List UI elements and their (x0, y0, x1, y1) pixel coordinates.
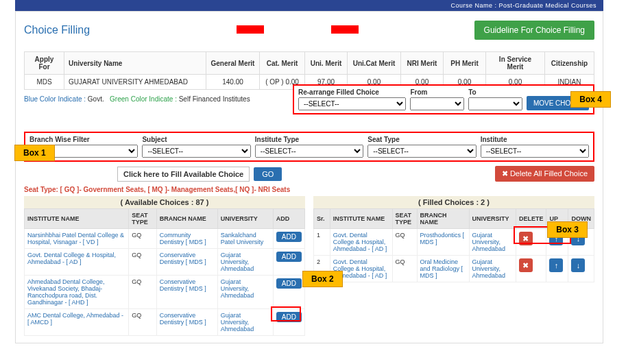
box2-outline (271, 306, 301, 321)
cell-branch: Conservative Dentistry [ MDS ] (156, 276, 217, 309)
add-button[interactable]: ADD (276, 278, 302, 289)
filled-table: Sr. INSTITUTE NAME SEAT TYPE BRANCH NAME… (313, 208, 594, 282)
cell-univ: Gujarat University, Ahmedabad (469, 256, 516, 282)
cell-branch: Oral Medicine and Radiology [ MDS ] (417, 256, 469, 282)
cell-inst: AMC Dental College, Ahmedabad - [ AMCD ] (25, 309, 129, 336)
add-button[interactable]: ADD (276, 252, 302, 262)
cell-inst: Ahmedabad Dental College, Vivekanad Soci… (25, 276, 129, 309)
filter-insttype-label: Institute Type (255, 136, 363, 143)
cell-univ: Gujarat University, Ahmedabad (217, 249, 273, 276)
cell-seat: GQ (129, 229, 157, 249)
col-gen: General Merit (206, 52, 260, 75)
rearrange-select[interactable]: --SELECT-- (298, 97, 406, 110)
fcol-sr: Sr. (314, 209, 330, 229)
filter-institute-select[interactable]: --SELECT-- (481, 145, 589, 158)
cell-branch: Conservative Dentistry [ MDS ] (156, 249, 217, 276)
col-ph: PH Merit (444, 52, 486, 75)
col-serv: In Service Merit (486, 52, 545, 75)
go-button[interactable]: GO (254, 167, 282, 181)
val-university: GUJARAT UNIVERSITY AHMEDABAD (64, 75, 206, 90)
col-uni: Uni. Merit (305, 52, 348, 75)
main-panel: Choice Filling Guideline For Choice Fill… (15, 11, 603, 343)
rearrange-to-select[interactable] (468, 97, 522, 110)
fill-available-label: Click here to Fill Available Choice (117, 167, 250, 182)
add-button[interactable]: ADD (276, 232, 302, 242)
val-gen: 140.00 (206, 75, 260, 90)
col-nri: NRI Merit (401, 52, 444, 75)
filters-box: Branch Wise Filter MDS Subject --SELECT-… (24, 132, 594, 162)
cell-branch: Conservative Dentistry [ MDS ] (156, 309, 217, 336)
col-university: University Name (64, 52, 206, 75)
legend-green-lead: Green Color Indicate : (110, 95, 177, 103)
filter-institute-label: Institute (481, 136, 589, 143)
cell-inst: Govt. Dental College & Hospital, Ahmedab… (25, 249, 129, 276)
acol-add: ADD (273, 209, 304, 229)
filled-choices-panel: ( Filled Choices : 2 ) Sr. INSTITUTE NAM… (313, 196, 594, 336)
acol-univ: UNIVERSITY (217, 209, 273, 229)
col-cit: Citizenship (545, 52, 594, 75)
cell-univ: Gujarat University, Ahmedabad (217, 276, 273, 309)
annotation-box4: Box 4 (570, 91, 611, 108)
available-choices-panel: ( Available Choices : 87 ) INSTITUTE NAM… (24, 196, 305, 336)
annotation-box1: Box 1 (14, 145, 55, 161)
page-title: Choice Filling (24, 24, 90, 36)
rearrange-to-label: To (468, 88, 522, 96)
cell-univ: Sankalchand Patel University (217, 229, 273, 249)
fcol-inst: INSTITUTE NAME (330, 209, 392, 229)
cell-seat: GQ (129, 309, 157, 336)
legend-blue-lead: Blue Color Indicate : (24, 95, 86, 103)
filter-insttype-select[interactable]: --SELECT-- (255, 145, 363, 158)
rearrange-box: Re-arrange Filled Choice --SELECT-- From… (293, 84, 594, 114)
filter-branch-label: Branch Wise Filter (29, 136, 138, 143)
cell-sr: 1 (314, 229, 330, 256)
redaction-block-1 (237, 25, 264, 34)
acol-seat: SEAT TYPE (129, 209, 157, 229)
fcol-seat: SEAT TYPE (392, 209, 417, 229)
col-apply-for: Apply For (25, 52, 64, 75)
acol-inst: INSTITUTE NAME (25, 209, 129, 229)
cell-branch: Community Dentistry [ MDS ] (156, 229, 217, 249)
cell-inst: Govt. Dental College & Hospital, Ahmedab… (330, 229, 392, 256)
annotation-box2: Box 2 (302, 271, 343, 287)
guideline-button[interactable]: Guideline For Choice Filling (474, 21, 594, 40)
available-count: ( Available Choices : 87 ) (24, 196, 305, 208)
table-row: Govt. Dental College & Hospital, Ahmedab… (25, 249, 305, 276)
filter-seattype-label: Seat Type (367, 136, 476, 143)
cell-seat: GQ (392, 256, 417, 282)
cell-univ: Gujarat University, Ahmedabad (217, 309, 273, 336)
acol-branch: BRANCH NAME (156, 209, 217, 229)
available-table: INSTITUTE NAME SEAT TYPE BRANCH NAME UNI… (24, 208, 305, 336)
redaction-block-2 (331, 25, 359, 34)
filled-count: ( Filled Choices : 2 ) (313, 196, 594, 208)
filter-subject-label: Subject (142, 136, 250, 143)
rearrange-from-select[interactable] (410, 97, 464, 110)
cell-seat: GQ (392, 229, 417, 256)
cell-seat: GQ (129, 249, 157, 276)
cell-univ: Gujarat University, Ahmedabad (469, 229, 516, 256)
cell-inst: Narsinhbhai Patel Dental College & Hospi… (25, 229, 129, 249)
topbar: Course Name : Post-Graduate Medical Cour… (15, 0, 603, 11)
fcol-branch: BRANCH NAME (417, 209, 469, 229)
legend-blue-val: Govt. (88, 95, 104, 103)
topbar-course-name: Course Name : Post-Graduate Medical Cour… (450, 2, 596, 9)
rearrange-title: Re-arrange Filled Choice (298, 88, 406, 96)
table-row: Ahmedabad Dental College, Vivekanad Soci… (25, 276, 305, 309)
table-row: 2 Govt. Dental College & Hospital, Ahmed… (314, 256, 594, 282)
move-up-button[interactable]: ↑ (549, 258, 563, 272)
cell-branch: Prosthodontics [ MDS ] (417, 229, 469, 256)
filter-subject-select[interactable]: --SELECT-- (142, 145, 250, 158)
cell-seat: GQ (129, 276, 157, 309)
val-apply-for: MDS (25, 75, 64, 90)
move-down-button[interactable]: ↓ (571, 258, 585, 272)
table-row: AMC Dental College, Ahmedabad - [ AMCD ]… (25, 309, 305, 336)
delete-row-button[interactable]: ✖ (519, 258, 533, 272)
seat-type-legend: Seat Type: [ GQ ]- Government Seats, [ M… (24, 186, 594, 193)
annotation-box3: Box 3 (547, 221, 588, 238)
legend-green-val: Self Financed Institutes (179, 95, 250, 103)
col-cat: Cat. Merit (260, 52, 305, 75)
delete-all-button[interactable]: ✖ Delete All Filled Choice (495, 166, 594, 182)
table-row: Narsinhbhai Patel Dental College & Hospi… (25, 229, 305, 249)
fcol-univ: UNIVERSITY (469, 209, 516, 229)
rearrange-from-label: From (410, 88, 464, 96)
filter-seattype-select[interactable]: --SELECT-- (367, 145, 476, 158)
